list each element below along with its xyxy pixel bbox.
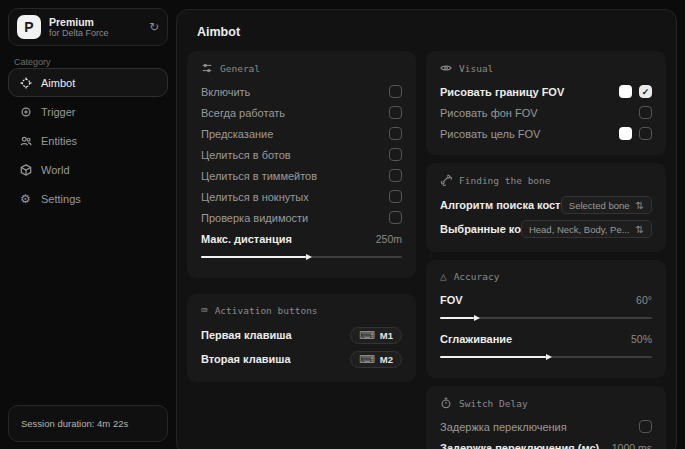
visual-label: Рисовать границу FOV: [440, 86, 619, 98]
toggle-row: Целиться в нокнутых: [201, 186, 402, 207]
brand-text: Premium for Delta Force: [49, 16, 141, 38]
slider-label: FOV: [440, 294, 630, 306]
sidebar: P Premium for Delta Force ↻ Category Aim…: [0, 0, 176, 449]
dropdown-value: Selected bone: [569, 200, 630, 211]
visual-label: Рисовать цель FOV: [440, 128, 619, 140]
checkbox-fov-target[interactable]: [639, 127, 652, 140]
sidebar-nav: Aimbot Trigger Entities World ⚙ Settings: [8, 68, 168, 213]
sidebar-item-settings[interactable]: ⚙ Settings: [8, 184, 168, 213]
panel-general-header: General: [201, 62, 402, 74]
slider-fill[interactable]: [440, 356, 546, 358]
toggle-label: Всегда работать: [201, 107, 389, 119]
checkbox-fov-background[interactable]: [639, 106, 652, 119]
sidebar-item-label: Entities: [41, 135, 77, 147]
world-icon: [19, 163, 32, 176]
smoothing-slider[interactable]: [440, 351, 652, 363]
checkbox-visibility-check[interactable]: [389, 211, 402, 224]
panel-accuracy-header: △ Accuracy: [440, 271, 652, 282]
panel-finding-bone: Finding the bone Алгоритм поиска кост Se…: [426, 163, 666, 252]
sidebar-item-trigger[interactable]: Trigger: [8, 97, 168, 126]
bone-icon: [440, 174, 452, 186]
color-swatch[interactable]: [619, 85, 632, 98]
panel-switch-delay-header: Switch Delay: [440, 397, 652, 409]
bone-row: Алгоритм поиска кост Selected bone ⇅: [440, 193, 652, 217]
toggle-label: Целиться в тиммейтов: [201, 170, 389, 182]
toggle-label: Предсказание: [201, 128, 389, 140]
sidebar-item-label: Trigger: [41, 106, 75, 118]
checkbox-target-teammates[interactable]: [389, 169, 402, 182]
selected-bones-dropdown[interactable]: Head, Neck, Body, Pe... ⇅: [521, 220, 652, 238]
slider-row: Задержка переключения (мс) 1000 ms: [440, 437, 652, 449]
toggle-label: Целиться в ботов: [201, 149, 389, 161]
keyboard-icon: ⌨: [359, 353, 375, 366]
keyboard-icon: ⌨: [359, 329, 375, 342]
eye-icon: [440, 62, 452, 74]
toggle-row: Всегда работать: [201, 102, 402, 123]
sidebar-item-world[interactable]: World: [8, 155, 168, 184]
unfold-icon: ⇅: [636, 224, 644, 235]
toggle-row: Предсказание: [201, 123, 402, 144]
panel-title: Finding the bone: [459, 175, 551, 186]
fov-slider[interactable]: [440, 312, 652, 324]
checkbox-target-bots[interactable]: [389, 148, 402, 161]
toggle-row: Целиться в ботов: [201, 144, 402, 165]
sidebar-item-label: Aimbot: [41, 77, 75, 89]
panel-bone-header: Finding the bone: [440, 174, 652, 186]
panel-switch-delay: Switch Delay Задержка переключения Задер…: [426, 386, 666, 449]
toggle-row: Проверка видимости: [201, 207, 402, 228]
dropdown-value: Head, Neck, Body, Pe...: [529, 224, 630, 235]
panel-activation-buttons: ⌨ Activation buttons Первая клавиша ⌨ M1…: [187, 294, 416, 382]
checkbox-switch-delay[interactable]: [639, 420, 652, 433]
toggle-label: Проверка видимости: [201, 212, 389, 224]
sidebar-item-entities[interactable]: Entities: [8, 126, 168, 155]
visual-label: Рисовать фон FOV: [440, 107, 639, 119]
panel-accuracy: △ Accuracy FOV 60° Сглаживание 50%: [426, 260, 666, 378]
panel-title: Accuracy: [454, 271, 500, 282]
gear-icon: ⚙: [19, 192, 32, 205]
bone-algorithm-dropdown[interactable]: Selected bone ⇅: [561, 196, 652, 214]
panel-activation-header: ⌨ Activation buttons: [201, 305, 402, 316]
crosshair-icon: [19, 76, 32, 89]
brand-subtitle: for Delta Force: [49, 28, 141, 38]
trigger-icon: [19, 105, 32, 118]
panel-title: General: [220, 63, 260, 74]
checkbox-prediction[interactable]: [389, 127, 402, 140]
panel-title: Switch Delay: [459, 398, 528, 409]
slider-fill[interactable]: [201, 256, 306, 258]
main-panel: Aimbot General Включить Всегда работать …: [176, 9, 677, 449]
visual-row: Рисовать границу FOV ✓: [440, 81, 652, 102]
slider-value: 60°: [636, 294, 652, 306]
checkbox-enable[interactable]: [389, 85, 402, 98]
slider-row: FOV 60°: [440, 289, 652, 310]
visual-row: Рисовать цель FOV: [440, 123, 652, 144]
slider-label: Макс. дистанция: [201, 233, 370, 245]
toggle-row: Включить: [201, 81, 402, 102]
checkbox-fov-border[interactable]: ✓: [639, 85, 652, 98]
panel-title: Activation buttons: [215, 305, 318, 316]
brand-card: P Premium for Delta Force ↻: [8, 8, 168, 46]
toggle-row: Целиться в тиммейтов: [201, 165, 402, 186]
keybind-row: Первая клавиша ⌨ M1: [201, 323, 402, 347]
checkbox-target-knocked[interactable]: [389, 190, 402, 203]
color-swatch[interactable]: [619, 127, 632, 140]
keybind-button-second[interactable]: ⌨ M2: [350, 351, 402, 368]
keybind-label: Первая клавиша: [201, 329, 350, 341]
sidebar-item-label: Settings: [41, 193, 81, 205]
left-column: General Включить Всегда работать Предска…: [187, 51, 416, 449]
slider-value: 50%: [631, 333, 652, 345]
slider-row: Макс. дистанция 250m: [201, 228, 402, 249]
right-column: Visual Рисовать границу FOV ✓ Рисовать ф…: [426, 51, 666, 449]
max-distance-slider[interactable]: [201, 251, 402, 263]
sliders-icon: [201, 62, 213, 74]
keybind-button-first[interactable]: ⌨ M1: [350, 327, 402, 344]
checkbox-always-work[interactable]: [389, 106, 402, 119]
keybind-value: M1: [380, 330, 393, 341]
refresh-icon[interactable]: ↻: [149, 20, 159, 34]
bone-label: Выбранные кос: [440, 223, 521, 235]
slider-fill[interactable]: [440, 317, 474, 319]
panel-title: Visual: [459, 63, 493, 74]
timer-icon: [440, 397, 452, 409]
sidebar-item-aimbot[interactable]: Aimbot: [8, 68, 168, 97]
brand-title: Premium: [49, 16, 141, 28]
category-label: Category: [14, 57, 51, 67]
